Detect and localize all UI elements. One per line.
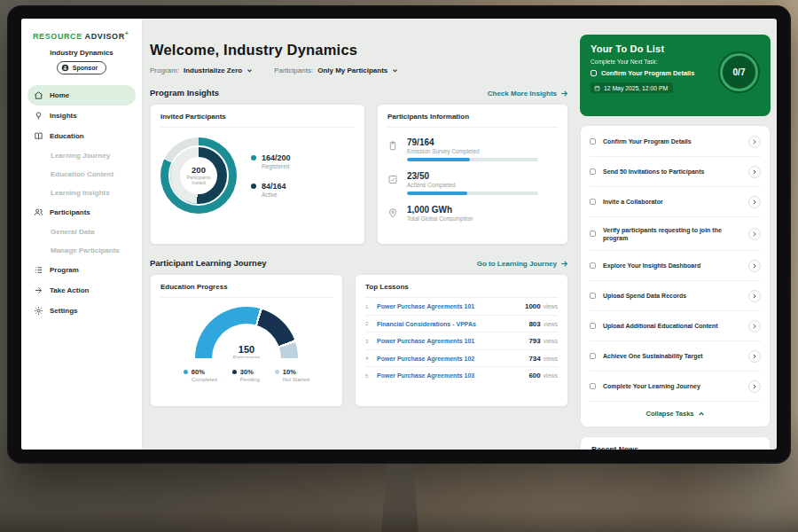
sidebar-item-education[interactable]: Education bbox=[21, 126, 142, 146]
sidebar-item-manage-participants[interactable]: Manage Participants bbox=[21, 241, 142, 260]
task-checkbox[interactable] bbox=[590, 353, 596, 359]
program-filter-value: Industrialize Zero bbox=[184, 66, 242, 74]
invited-donut-chart: 200 Participants Invited bbox=[160, 137, 237, 214]
legend-dot bbox=[184, 370, 188, 374]
lesson-row: 2 Financial Considerations - VPPAs 803 v… bbox=[365, 316, 558, 333]
task-checkbox[interactable] bbox=[590, 138, 596, 145]
task-checkbox[interactable] bbox=[590, 262, 596, 269]
task-checkbox[interactable] bbox=[590, 323, 596, 329]
sidebar-item-label: Education Content bbox=[51, 170, 113, 178]
legend-dot bbox=[275, 370, 279, 374]
lesson-views-suffix: views bbox=[544, 321, 558, 327]
lesson-views-suffix: views bbox=[544, 372, 558, 379]
task-label: Achieve One Sustainability Target bbox=[603, 352, 741, 360]
learning-journey-title: Participant Learning Journey bbox=[150, 258, 266, 268]
sidebar-item-learning-journey[interactable]: Learning Journey bbox=[21, 146, 142, 165]
legend-label: Pending bbox=[240, 377, 260, 382]
action-arrow-icon bbox=[34, 286, 43, 295]
task-row[interactable]: Invite a Collaborator bbox=[590, 187, 761, 217]
stat-row: 1,000 GWh Total Global Consumption bbox=[387, 205, 558, 222]
legend-value: 60% bbox=[192, 368, 217, 376]
lesson-row: 3 Power Purchase Agreements 101 793 view… bbox=[365, 332, 558, 350]
legend-label: Not Started bbox=[283, 377, 309, 382]
book-icon bbox=[34, 131, 43, 141]
sidebar-item-take-action[interactable]: Take Action bbox=[21, 280, 142, 301]
lesson-rank: 3 bbox=[365, 339, 377, 344]
stat-value: 1,000 GWh bbox=[407, 205, 473, 215]
lesson-link[interactable]: Power Purchase Agreements 102 bbox=[377, 356, 528, 362]
task-checkbox[interactable] bbox=[590, 199, 596, 205]
participants-filter-dropdown[interactable]: Participants: Only My Participants bbox=[274, 66, 398, 74]
legend-dot bbox=[232, 370, 237, 374]
progress-bar bbox=[407, 192, 538, 195]
brand-resource: RESOURCE bbox=[33, 32, 82, 41]
sidebar-item-participants[interactable]: Participants bbox=[21, 202, 142, 223]
task-row[interactable]: Achieve One Sustainability Target bbox=[590, 341, 761, 372]
learning-journey-header: Participant Learning Journey Go to Learn… bbox=[150, 258, 568, 268]
chevron-right-icon[interactable] bbox=[748, 260, 761, 272]
chevron-right-icon[interactable] bbox=[748, 320, 761, 332]
todo-summary-card: Your To Do List Complete Your Next Task:… bbox=[580, 35, 771, 116]
task-checkbox[interactable] bbox=[591, 70, 597, 76]
legend-item: 30% Pending bbox=[232, 368, 260, 382]
legend-label: Active bbox=[262, 192, 286, 198]
sidebar-item-label: Learning Journey bbox=[51, 152, 110, 160]
legend-value: 164/200 bbox=[262, 153, 291, 162]
task-row[interactable]: Upload Spend Data Records bbox=[590, 281, 761, 311]
task-row[interactable]: Confirm Your Program Details bbox=[590, 127, 761, 157]
go-to-learning-journey-link[interactable]: Go to Learning Journey bbox=[477, 260, 568, 268]
donut-center: 200 Participants Invited bbox=[180, 157, 217, 194]
sidebar-item-label: Participants bbox=[50, 208, 90, 216]
check-more-insights-link[interactable]: Check More Insights bbox=[488, 90, 568, 98]
chevron-right-icon[interactable] bbox=[748, 228, 761, 240]
sidebar-item-home[interactable]: Home bbox=[27, 85, 136, 106]
lesson-rank: 1 bbox=[365, 304, 377, 309]
task-checkbox[interactable] bbox=[590, 293, 596, 299]
chevron-right-icon[interactable] bbox=[748, 166, 761, 178]
lesson-row: 1 Power Purchase Agreements 101 1000 vie… bbox=[365, 298, 558, 316]
legend-item: 60% Completed bbox=[184, 368, 217, 382]
lesson-link[interactable]: Power Purchase Agreements 101 bbox=[377, 303, 525, 309]
lesson-link[interactable]: Power Purchase Agreements 101 bbox=[377, 338, 528, 344]
task-checkbox[interactable] bbox=[590, 383, 596, 389]
sidebar-item-label: Home bbox=[50, 91, 69, 99]
chevron-right-icon[interactable] bbox=[748, 380, 761, 393]
sponsor-badge[interactable]: Sponsor bbox=[57, 61, 106, 74]
lesson-views: 803 bbox=[528, 320, 540, 328]
chevron-right-icon[interactable] bbox=[748, 136, 761, 148]
brand-plus: + bbox=[125, 30, 129, 36]
program-filter-dropdown[interactable]: Program: Industrialize Zero bbox=[150, 66, 253, 74]
link-label: Go to Learning Journey bbox=[477, 260, 557, 268]
chevron-right-icon[interactable] bbox=[748, 290, 761, 302]
legend-dot bbox=[251, 184, 256, 189]
task-row[interactable]: Complete Your Learning Journey bbox=[590, 372, 761, 402]
participants-filter-value: Only My Participants bbox=[317, 66, 387, 74]
sidebar-item-label: Education bbox=[50, 132, 84, 140]
sidebar-item-general-data[interactable]: General Data bbox=[21, 223, 142, 241]
monitor-bezel: RESOURCE ADVISOR+ Industry Dynamics Spon… bbox=[7, 5, 791, 464]
checklist-icon bbox=[387, 173, 399, 185]
sidebar-item-learning-insights[interactable]: Learning Insights bbox=[21, 184, 142, 202]
sidebar-item-label: Settings bbox=[50, 307, 78, 315]
lesson-link[interactable]: Financial Considerations - VPPAs bbox=[377, 321, 528, 327]
task-row[interactable]: Send 50 Invitations to Participants bbox=[590, 157, 761, 187]
sidebar-item-program[interactable]: Program bbox=[21, 260, 142, 280]
chevron-right-icon[interactable] bbox=[748, 350, 761, 363]
collapse-tasks-link[interactable]: Collapse Tasks bbox=[590, 402, 761, 424]
task-row[interactable]: Explore Your Insights Dashboard bbox=[590, 251, 761, 281]
sidebar-item-education-content[interactable]: Education Content bbox=[21, 165, 142, 184]
task-checkbox[interactable] bbox=[590, 168, 596, 175]
task-checkbox[interactable] bbox=[590, 231, 596, 237]
org-name: Industry Dynamics bbox=[21, 49, 142, 57]
collapse-label: Collapse Tasks bbox=[645, 410, 693, 418]
sidebar-item-insights[interactable]: Insights bbox=[21, 106, 142, 126]
sidebar-nav: Home Insights Education Learning Journey… bbox=[21, 85, 142, 321]
task-label: Upload Additional Educational Content bbox=[603, 322, 741, 330]
sidebar-item-label: Take Action bbox=[50, 286, 89, 294]
task-row[interactable]: Upload Additional Educational Content bbox=[590, 311, 761, 341]
chevron-right-icon[interactable] bbox=[748, 196, 761, 208]
lesson-link[interactable]: Power Purchase Agreements 103 bbox=[377, 372, 528, 379]
sidebar-item-settings[interactable]: Settings bbox=[21, 301, 142, 321]
legend-label: Registered bbox=[262, 163, 291, 169]
task-row[interactable]: Verify participants requesting to join t… bbox=[590, 217, 761, 251]
